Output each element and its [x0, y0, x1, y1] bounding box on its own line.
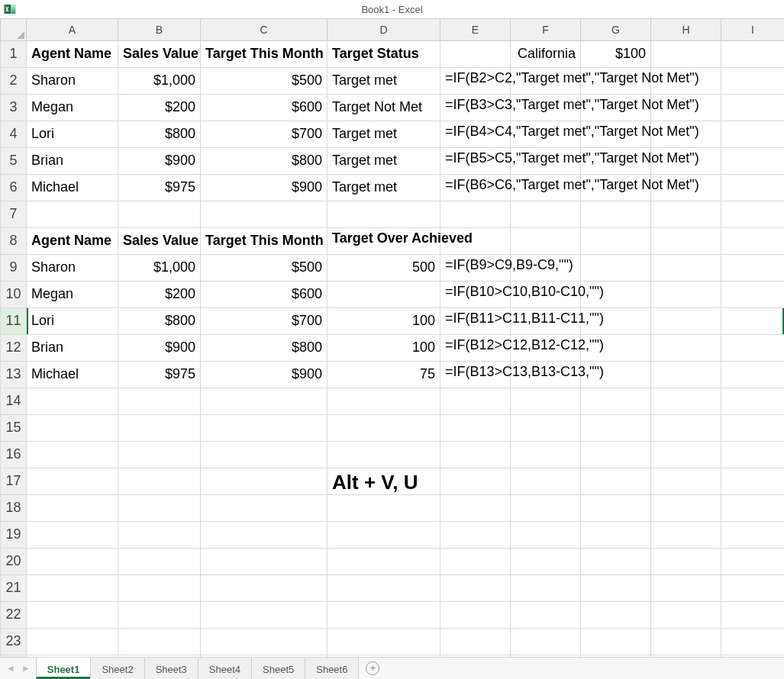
sheet-tab-sheet5[interactable]: Sheet5	[251, 658, 305, 679]
cell-B1[interactable]: Sales Value	[118, 41, 201, 68]
cell-H6[interactable]	[651, 175, 721, 201]
cell-E15[interactable]	[440, 415, 511, 442]
cell-A12[interactable]: Brian	[27, 335, 118, 362]
cell-F12[interactable]	[511, 335, 581, 362]
cell-B18[interactable]	[118, 495, 201, 522]
col-header-B[interactable]: B	[118, 19, 201, 41]
cell-D6[interactable]: Target met	[327, 175, 440, 201]
row-header-4[interactable]: 4	[1, 121, 27, 148]
cell-E11[interactable]: =IF(B11>C11,B11-C11,"")	[440, 308, 511, 335]
cell-D2[interactable]: Target met	[327, 68, 440, 95]
cell-H7[interactable]	[651, 201, 721, 228]
cell-H15[interactable]	[651, 415, 721, 442]
cell-I22[interactable]	[721, 602, 785, 629]
row-header-1[interactable]: 1	[1, 41, 27, 68]
cell-F8[interactable]	[511, 228, 581, 255]
cell-H9[interactable]	[651, 255, 721, 282]
sheet-tab-sheet2[interactable]: Sheet2	[90, 658, 144, 679]
cell-B6[interactable]: $975	[118, 175, 201, 201]
tab-nav-next-icon[interactable]: ►	[21, 663, 31, 674]
cell-E9[interactable]: =IF(B9>C9,B9-C9,"")	[440, 255, 511, 282]
cell-G20[interactable]	[581, 549, 651, 575]
cell-E13[interactable]: =IF(B13>C13,B13-C13,"")	[440, 362, 511, 388]
cell-B12[interactable]: $900	[118, 335, 201, 362]
col-header-F[interactable]: F	[511, 19, 581, 41]
cell-I21[interactable]	[721, 575, 785, 602]
cell-C7[interactable]	[201, 201, 327, 228]
cell-C1[interactable]: Target This Month	[201, 41, 327, 68]
cell-C16[interactable]	[201, 442, 327, 468]
cell-B15[interactable]	[118, 415, 201, 442]
cell-G8[interactable]	[581, 228, 651, 255]
cell-I20[interactable]	[721, 549, 785, 575]
cell-C20[interactable]	[201, 549, 327, 575]
col-header-I[interactable]: I	[721, 19, 785, 41]
cell-H12[interactable]	[651, 335, 721, 362]
cell-G5[interactable]	[581, 148, 651, 175]
cell-H8[interactable]	[651, 228, 721, 255]
cell-I7[interactable]	[721, 201, 785, 228]
cell-I2[interactable]	[721, 68, 785, 95]
cell-E10[interactable]: =IF(B10>C10,B10-C10,"")	[440, 282, 511, 308]
cell-B3[interactable]: $200	[118, 95, 201, 121]
cell-H21[interactable]	[651, 575, 721, 602]
cell-A18[interactable]	[27, 495, 118, 522]
cell-D10[interactable]	[327, 282, 440, 308]
row-header-7[interactable]: 7	[1, 201, 27, 228]
cell-B22[interactable]	[118, 602, 201, 629]
cell-D15[interactable]	[327, 415, 440, 442]
cell-E6[interactable]: =IF(B6>C6,"Target met","Target Not Met")	[440, 175, 511, 201]
cell-B14[interactable]	[118, 388, 201, 415]
cell-B8[interactable]: Sales Value	[118, 228, 201, 255]
cell-A23[interactable]	[27, 629, 118, 655]
cell-I23[interactable]	[721, 629, 785, 655]
cell-F1[interactable]: California	[511, 41, 581, 68]
cell-C14[interactable]	[201, 388, 327, 415]
cell-I1[interactable]	[721, 41, 785, 68]
cell-G22[interactable]	[581, 602, 651, 629]
cell-F21[interactable]	[511, 575, 581, 602]
cell-F11[interactable]	[511, 308, 581, 335]
cell-B13[interactable]: $975	[118, 362, 201, 388]
cell-E1[interactable]	[440, 41, 511, 68]
cell-E16[interactable]	[440, 442, 511, 468]
cell-D12[interactable]: 100	[327, 335, 440, 362]
cell-E3[interactable]: =IF(B3>C3,"Target met","Target Not Met")	[440, 95, 511, 121]
cell-A8[interactable]: Agent Name	[27, 228, 118, 255]
cell-F2[interactable]	[511, 68, 581, 95]
cell-H14[interactable]	[651, 388, 721, 415]
cell-B7[interactable]	[118, 201, 201, 228]
cell-D11[interactable]: 100	[327, 308, 440, 335]
cell-I15[interactable]	[721, 415, 785, 442]
cell-G15[interactable]	[581, 415, 651, 442]
cell-I3[interactable]	[721, 95, 785, 121]
cell-A7[interactable]	[27, 201, 118, 228]
cell-A21[interactable]	[27, 575, 118, 602]
cell-I13[interactable]	[721, 362, 785, 388]
cell-C8[interactable]: Target This Month	[201, 228, 327, 255]
cell-A13[interactable]: Michael	[27, 362, 118, 388]
cell-F16[interactable]	[511, 442, 581, 468]
cell-F14[interactable]	[511, 388, 581, 415]
cell-G1[interactable]: $100	[581, 41, 651, 68]
cell-I8[interactable]	[721, 228, 785, 255]
row-header-17[interactable]: 17	[1, 468, 27, 495]
cell-F5[interactable]	[511, 148, 581, 175]
cell-E17[interactable]	[440, 468, 511, 495]
cell-G21[interactable]	[581, 575, 651, 602]
cell-D3[interactable]: Target Not Met	[327, 95, 440, 121]
cell-I12[interactable]	[721, 335, 785, 362]
row-header-16[interactable]: 16	[1, 442, 27, 468]
cell-E18[interactable]	[440, 495, 511, 522]
cell-D4[interactable]: Target met	[327, 121, 440, 148]
cell-H18[interactable]	[651, 495, 721, 522]
row-header-23[interactable]: 23	[1, 629, 27, 655]
cell-H17[interactable]	[651, 468, 721, 495]
cell-E14[interactable]	[440, 388, 511, 415]
cell-A2[interactable]: Sharon	[27, 68, 118, 95]
cell-G3[interactable]	[581, 95, 651, 121]
sheet-tab-sheet6[interactable]: Sheet6	[305, 658, 359, 679]
row-header-20[interactable]: 20	[1, 549, 27, 575]
row-header-19[interactable]: 19	[1, 522, 27, 549]
cell-A22[interactable]	[27, 602, 118, 629]
